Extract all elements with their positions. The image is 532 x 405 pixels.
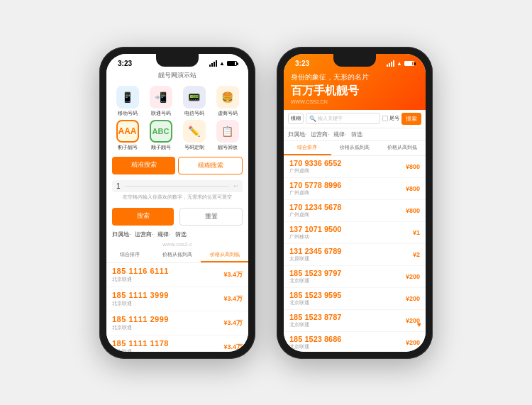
- phone2-search-bar: 模糊 🔍 输入关键字 尾号 搜索: [284, 110, 426, 128]
- heart-icon-right: ♥: [417, 321, 421, 328]
- battery-icon-right: [404, 61, 414, 66]
- number-list-right: 170 9336 6552 广州虚商 ¥800 170 5778 8996 广州…: [284, 156, 426, 352]
- phone1-header: 靓号网演示站: [106, 70, 248, 83]
- telecom-icon: 📟: [183, 86, 206, 109]
- list-item[interactable]: 185 1111 3999 北京联通 ¥3.4万: [106, 287, 248, 311]
- wifi-icon-left: ▲: [219, 60, 225, 67]
- list-item-right[interactable]: 185 1523 9595 北京联通 ¥200: [284, 288, 426, 310]
- search-type-select[interactable]: 模糊: [288, 113, 304, 124]
- watermark-left: www.css2.c: [106, 240, 248, 248]
- filter-region[interactable]: 归属地·: [112, 231, 131, 238]
- phone-right: 3:23 ▲ 身份的象征，无形的名片: [277, 47, 433, 359]
- phone1-icons: 📱 移动号码 📲 联通号码 📟 电信号码 🍔 虚商号码 AAA 豹子: [106, 83, 248, 154]
- fuzzy-search-button[interactable]: 模糊搜索: [178, 157, 243, 174]
- list-item-right[interactable]: 170 5778 8996 广州虚商 ¥800: [284, 178, 426, 200]
- search-mode-buttons: 精准搜索 模糊搜索: [106, 154, 248, 177]
- icon-custom[interactable]: ✏️ 号码定制: [179, 120, 209, 151]
- filter2-pattern[interactable]: 规律·: [333, 131, 346, 138]
- unicom-icon: 📲: [150, 86, 172, 109]
- input-hint: 在空格内输入你喜欢的数字，无需求的位置可置空: [112, 192, 243, 202]
- action-buttons: 搜索 重置: [106, 205, 248, 228]
- filter-pattern[interactable]: 规律·: [157, 231, 170, 238]
- sequence-icon: ABC: [150, 120, 172, 143]
- search-btn-right[interactable]: 搜索: [401, 113, 421, 125]
- recycle-icon: 📋: [216, 120, 239, 143]
- phone-notch-left: [156, 54, 199, 67]
- filter-row-left: 归属地· 运营商· 规律· 筛选: [106, 228, 248, 240]
- virtual-icon: 🍔: [216, 86, 239, 109]
- number-input-area: 1 ↩ 在空格内输入你喜欢的数字，无需求的位置可置空: [106, 177, 248, 205]
- filter-carrier[interactable]: 运营商·: [135, 231, 153, 238]
- icon-leopard[interactable]: AAA 豹子靓号: [112, 120, 143, 151]
- icon-mobile[interactable]: 📱 移动号码: [112, 86, 143, 117]
- time-left: 3:23: [118, 60, 132, 67]
- icon-telecom[interactable]: 📟 电信号码: [179, 86, 209, 117]
- time-right: 3:23: [295, 60, 309, 67]
- sort-tab2-price-asc[interactable]: 价格从低到高: [331, 141, 379, 155]
- icon-recycle[interactable]: 📋 靓号回收: [212, 120, 243, 151]
- sort-tab2-price-desc[interactable]: 价格从高到低: [378, 141, 426, 155]
- phone-notch-right: [333, 54, 376, 67]
- list-item[interactable]: 185 1116 6111 北京联通 ¥3.4万: [106, 263, 248, 287]
- list-item-right[interactable]: 131 2345 6789 太原联通 ¥2: [284, 244, 426, 266]
- phone2-title: 百万手机靓号: [291, 84, 419, 99]
- phone-left: 3:23 ▲ 靓号网演示站: [99, 47, 255, 359]
- checkbox-icon: [382, 116, 388, 121]
- search-input-placeholder[interactable]: 输入关键字: [318, 115, 343, 122]
- sort-tabs-right: 综合排序 价格从低到高 价格从高到低: [284, 141, 426, 156]
- custom-icon: ✏️: [183, 120, 206, 143]
- battery-icon-left: [227, 61, 237, 66]
- icon-unicom[interactable]: 📲 联通号码: [145, 86, 176, 117]
- list-item-right[interactable]: 137 1071 9500 广州移动 ¥1: [284, 222, 426, 244]
- list-item-right[interactable]: 185 1523 8686 北京联通 ¥200: [284, 332, 426, 352]
- signal-icon-left: [209, 60, 217, 67]
- list-item-right[interactable]: 170 9336 6552 广州虚商 ¥800: [284, 156, 426, 178]
- sort-tab2-comprehensive[interactable]: 综合排序: [284, 141, 331, 155]
- phone2-url: WWW.CSS2.CN: [291, 99, 419, 104]
- filter2-carrier[interactable]: 运营商·: [311, 131, 329, 138]
- search-button[interactable]: 搜索: [112, 208, 174, 226]
- search-input-wrapper: 🔍 输入关键字: [306, 113, 380, 124]
- filter-more[interactable]: 筛选: [175, 231, 187, 238]
- sort-tab-price-asc[interactable]: 价格从低到高: [154, 248, 201, 262]
- wifi-icon-right: ▲: [397, 60, 402, 67]
- precise-search-button[interactable]: 精准搜索: [112, 157, 175, 174]
- filter2-region[interactable]: 归属地·: [288, 131, 306, 138]
- status-icons-left: ▲: [209, 60, 237, 67]
- icon-sequence[interactable]: ABC 顺子靓号: [145, 120, 176, 151]
- reset-button[interactable]: 重置: [179, 208, 243, 226]
- icon-virtual[interactable]: 🍔 虚商号码: [212, 86, 243, 117]
- phones-container: 3:23 ▲ 靓号网演示站: [99, 47, 433, 359]
- phone-screen-right: 3:23 ▲ 身份的象征，无形的名片: [284, 54, 426, 352]
- status-icons-right: ▲: [387, 60, 414, 67]
- leopard-icon: AAA: [116, 120, 139, 143]
- mobile-icon: 📱: [116, 86, 139, 109]
- filter-row-right: 归属地· 运营商· 规律· 筛选: [284, 128, 426, 141]
- sort-tabs-left: 综合排序 价格从低到高 价格从高到低: [106, 248, 248, 263]
- list-item[interactable]: 185 1111 2999 北京联通 ¥3.4万: [106, 311, 248, 335]
- number-list-left: 185 1116 6111 北京联通 ¥3.4万 185 1111 3999 北…: [106, 263, 248, 352]
- list-item[interactable]: 185 1111 1178 北京联通 ¥3.4万 ♥: [106, 335, 248, 352]
- list-item-right[interactable]: 185 1523 8787 北京联通 ¥200 ♥: [284, 310, 426, 332]
- list-item-right[interactable]: 170 1234 5678 广州虚商 ¥800: [284, 200, 426, 222]
- list-item-right[interactable]: 185 1523 9797 北京联通 ¥200: [284, 266, 426, 288]
- number-input-row: 1 ↩: [112, 180, 243, 192]
- sort-tab-comprehensive[interactable]: 综合排序: [106, 248, 154, 262]
- heart-icon: ♥: [240, 348, 244, 352]
- phone2-slogan: 身份的象征，无形的名片: [291, 72, 419, 82]
- phone-screen-left: 3:23 ▲ 靓号网演示站: [106, 54, 248, 352]
- sort-tab-price-desc[interactable]: 价格从高到低: [201, 248, 248, 262]
- search-magnifier-icon: 🔍: [309, 116, 316, 122]
- tail-checkbox[interactable]: 尾号: [382, 115, 399, 122]
- signal-icon-right: [387, 60, 394, 67]
- filter2-more[interactable]: 筛选: [351, 131, 362, 138]
